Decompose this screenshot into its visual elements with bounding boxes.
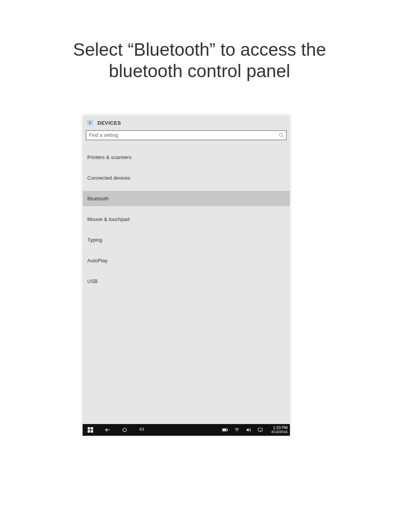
nav-item-label: Mouse & touchpad — [87, 216, 129, 222]
nav-item-connected-devices[interactable]: Connected devices — [83, 170, 290, 186]
nav-item-mouse-touchpad[interactable]: Mouse & touchpad — [83, 212, 290, 227]
nav-item-bluetooth[interactable]: Bluetooth — [83, 191, 290, 206]
svg-rect-14 — [222, 429, 226, 431]
nav-item-label: USB — [87, 278, 98, 284]
svg-rect-4 — [91, 427, 93, 429]
search-icon — [278, 132, 284, 138]
svg-rect-9 — [141, 428, 143, 430]
cortana-icon[interactable] — [122, 427, 128, 433]
nav-item-label: Printers & scanners — [87, 154, 131, 160]
search-row — [83, 130, 290, 143]
nav-item-typing[interactable]: Typing — [83, 232, 290, 247]
settings-header-title: DEVICES — [97, 120, 121, 126]
svg-rect-13 — [227, 429, 228, 430]
nav-item-label: Bluetooth — [87, 196, 109, 201]
svg-marker-16 — [246, 428, 248, 431]
svg-rect-6 — [91, 430, 93, 433]
svg-point-1 — [279, 133, 282, 136]
search-box[interactable] — [86, 130, 287, 140]
settings-window: DEVICES Printers & scannersConnected dev… — [83, 115, 290, 436]
svg-point-8 — [123, 428, 126, 431]
svg-line-2 — [282, 136, 284, 138]
nav-item-autoplay[interactable]: AutoPlay — [83, 253, 290, 268]
battery-icon[interactable] — [222, 427, 228, 433]
svg-rect-17 — [258, 428, 262, 431]
taskbar-date: 4/13/2016 — [271, 430, 288, 434]
svg-rect-5 — [88, 430, 90, 433]
nav-item-usb[interactable]: USB — [83, 274, 290, 289]
action-center-icon[interactable] — [257, 427, 263, 433]
svg-rect-3 — [88, 427, 90, 429]
svg-point-0 — [89, 122, 91, 124]
back-icon[interactable] — [104, 427, 111, 433]
taskbar-clock[interactable]: 1:33 PM 4/13/2016 — [269, 426, 288, 434]
nav-item-label: Connected devices — [87, 175, 131, 181]
svg-point-15 — [237, 431, 237, 431]
nav-item-label: AutoPlay — [87, 258, 108, 263]
nav-item-printers-scanners[interactable]: Printers & scanners — [83, 150, 290, 165]
volume-icon[interactable] — [245, 427, 252, 433]
nav-item-label: Typing — [87, 237, 102, 243]
settings-header: DEVICES — [83, 115, 290, 130]
start-icon[interactable] — [87, 427, 94, 433]
taskbar: 1:33 PM 4/13/2016 — [83, 424, 290, 436]
search-input[interactable] — [89, 131, 276, 140]
taskview-icon[interactable] — [139, 427, 145, 433]
gear-icon — [87, 119, 94, 126]
wifi-icon[interactable] — [234, 427, 240, 433]
slide-title: Select “Bluetooth” to access the bluetoo… — [40, 0, 359, 82]
settings-nav: Printers & scannersConnected devicesBlue… — [83, 143, 290, 289]
